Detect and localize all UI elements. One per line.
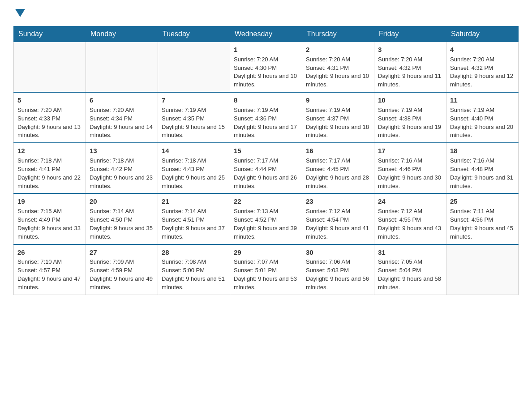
daylight-text: Daylight: 9 hours and 25 minutes.: [162, 174, 225, 189]
daylight-text: Daylight: 9 hours and 37 minutes.: [162, 225, 225, 240]
sunset-text: Sunset: 5:01 PM: [234, 267, 277, 274]
weekday-header-thursday: Thursday: [302, 26, 374, 42]
sunset-text: Sunset: 4:38 PM: [378, 115, 421, 122]
sunset-text: Sunset: 4:37 PM: [306, 115, 349, 122]
calendar-day-cell: 14Sunrise: 7:18 AMSunset: 4:43 PMDayligh…: [158, 143, 230, 193]
sunset-text: Sunset: 4:52 PM: [234, 216, 277, 223]
sunrise-text: Sunrise: 7:18 AM: [17, 157, 62, 164]
day-number: 21: [162, 197, 226, 206]
calendar-day-cell: 25Sunrise: 7:11 AMSunset: 4:56 PMDayligh…: [446, 193, 519, 244]
sunset-text: Sunset: 4:48 PM: [450, 166, 493, 172]
calendar-day-cell: 21Sunrise: 7:14 AMSunset: 4:51 PMDayligh…: [158, 193, 230, 244]
day-number: 6: [90, 95, 154, 105]
calendar-day-cell: 13Sunrise: 7:18 AMSunset: 4:42 PMDayligh…: [86, 143, 158, 193]
calendar-day-cell: 16Sunrise: 7:17 AMSunset: 4:45 PMDayligh…: [302, 143, 374, 193]
sunrise-text: Sunrise: 7:18 AM: [90, 157, 134, 164]
sunrise-text: Sunrise: 7:09 AM: [90, 258, 134, 265]
day-number: 20: [90, 197, 154, 206]
sunrise-text: Sunrise: 7:20 AM: [306, 56, 350, 63]
day-number: 15: [234, 146, 298, 156]
sunrise-text: Sunrise: 7:12 AM: [378, 208, 422, 214]
sunrise-text: Sunrise: 7:14 AM: [90, 208, 134, 214]
weekday-header-sunday: Sunday: [14, 26, 86, 42]
calendar-day-cell: 29Sunrise: 7:07 AMSunset: 5:01 PMDayligh…: [230, 244, 302, 295]
sunrise-text: Sunrise: 7:07 AM: [234, 258, 278, 265]
daylight-text: Daylight: 9 hours and 10 minutes.: [234, 73, 297, 88]
daylight-text: Daylight: 9 hours and 19 minutes.: [378, 124, 441, 139]
sunset-text: Sunset: 4:44 PM: [234, 166, 277, 172]
calendar-day-cell: 18Sunrise: 7:16 AMSunset: 4:48 PMDayligh…: [446, 143, 519, 193]
sunset-text: Sunset: 4:40 PM: [450, 115, 493, 122]
daylight-text: Daylight: 9 hours and 12 minutes.: [450, 73, 513, 88]
sunrise-text: Sunrise: 7:18 AM: [162, 157, 206, 164]
day-number: 7: [162, 95, 226, 105]
daylight-text: Daylight: 9 hours and 51 minutes.: [162, 275, 225, 291]
day-number: 17: [378, 146, 442, 156]
day-number: 27: [90, 248, 154, 257]
calendar-day-cell: 3Sunrise: 7:20 AMSunset: 4:32 PMDaylight…: [374, 42, 446, 93]
sunrise-text: Sunrise: 7:17 AM: [234, 157, 278, 164]
daylight-text: Daylight: 9 hours and 30 minutes.: [378, 174, 441, 189]
daylight-text: Daylight: 9 hours and 47 minutes.: [17, 275, 81, 291]
daylight-text: Daylight: 9 hours and 18 minutes.: [306, 124, 369, 139]
daylight-text: Daylight: 9 hours and 13 minutes.: [17, 124, 81, 139]
calendar-week-row: 5Sunrise: 7:20 AMSunset: 4:33 PMDaylight…: [14, 92, 519, 143]
daylight-text: Daylight: 9 hours and 43 minutes.: [378, 225, 441, 240]
sunrise-text: Sunrise: 7:19 AM: [162, 107, 206, 113]
sunrise-text: Sunrise: 7:16 AM: [450, 157, 494, 164]
day-number: 12: [17, 146, 82, 156]
sunrise-text: Sunrise: 7:20 AM: [17, 107, 62, 113]
sunrise-text: Sunrise: 7:11 AM: [450, 208, 494, 214]
day-number: 10: [378, 95, 442, 105]
calendar-day-cell: [446, 244, 519, 295]
daylight-text: Daylight: 9 hours and 28 minutes.: [306, 174, 369, 189]
sunset-text: Sunset: 4:57 PM: [17, 267, 60, 274]
logo-block: [13, 9, 25, 18]
sunrise-text: Sunrise: 7:16 AM: [378, 157, 422, 164]
sunset-text: Sunset: 4:43 PM: [162, 166, 205, 172]
calendar-day-cell: 15Sunrise: 7:17 AMSunset: 4:44 PMDayligh…: [230, 143, 302, 193]
weekday-header-tuesday: Tuesday: [158, 26, 230, 42]
sunrise-text: Sunrise: 7:19 AM: [378, 107, 422, 113]
calendar-day-cell: [14, 42, 86, 93]
day-number: 8: [234, 95, 298, 105]
sunset-text: Sunset: 4:30 PM: [234, 64, 277, 71]
daylight-text: Daylight: 9 hours and 56 minutes.: [306, 275, 369, 291]
sunrise-text: Sunrise: 7:20 AM: [378, 56, 422, 63]
sunrise-text: Sunrise: 7:19 AM: [234, 107, 278, 113]
sunset-text: Sunset: 4:35 PM: [162, 115, 205, 122]
calendar-day-cell: 31Sunrise: 7:05 AMSunset: 5:04 PMDayligh…: [374, 244, 446, 295]
sunset-text: Sunset: 4:59 PM: [90, 267, 133, 274]
calendar-day-cell: 27Sunrise: 7:09 AMSunset: 4:59 PMDayligh…: [86, 244, 158, 295]
sunset-text: Sunset: 4:56 PM: [450, 216, 493, 223]
calendar-week-row: 19Sunrise: 7:15 AMSunset: 4:49 PMDayligh…: [14, 193, 519, 244]
calendar-day-cell: 4Sunrise: 7:20 AMSunset: 4:32 PMDaylight…: [446, 42, 519, 93]
day-number: 28: [162, 248, 226, 257]
weekday-header-monday: Monday: [86, 26, 158, 42]
daylight-text: Daylight: 9 hours and 20 minutes.: [450, 124, 513, 139]
daylight-text: Daylight: 9 hours and 26 minutes.: [234, 174, 297, 189]
calendar-day-cell: 20Sunrise: 7:14 AMSunset: 4:50 PMDayligh…: [86, 193, 158, 244]
sunrise-text: Sunrise: 7:14 AM: [162, 208, 206, 214]
sunset-text: Sunset: 4:32 PM: [378, 64, 421, 71]
day-number: 16: [306, 146, 370, 156]
sunrise-text: Sunrise: 7:10 AM: [17, 258, 62, 265]
day-number: 31: [378, 248, 442, 257]
calendar-day-cell: 6Sunrise: 7:20 AMSunset: 4:34 PMDaylight…: [86, 92, 158, 143]
daylight-text: Daylight: 9 hours and 10 minutes.: [306, 73, 369, 88]
daylight-text: Daylight: 9 hours and 45 minutes.: [450, 225, 513, 240]
sunrise-text: Sunrise: 7:20 AM: [450, 56, 494, 63]
day-number: 26: [17, 248, 82, 257]
day-number: 2: [306, 45, 370, 55]
sunset-text: Sunset: 4:32 PM: [450, 64, 493, 71]
calendar-day-cell: 5Sunrise: 7:20 AMSunset: 4:33 PMDaylight…: [14, 92, 86, 143]
sunrise-text: Sunrise: 7:12 AM: [306, 208, 350, 214]
calendar-week-row: 1Sunrise: 7:20 AMSunset: 4:30 PMDaylight…: [14, 42, 519, 93]
weekday-header-wednesday: Wednesday: [230, 26, 302, 42]
calendar-day-cell: 1Sunrise: 7:20 AMSunset: 4:30 PMDaylight…: [230, 42, 302, 93]
sunset-text: Sunset: 4:31 PM: [306, 64, 349, 71]
svg-marker-0: [15, 9, 25, 17]
calendar-day-cell: 23Sunrise: 7:12 AMSunset: 4:54 PMDayligh…: [302, 193, 374, 244]
sunset-text: Sunset: 4:54 PM: [306, 216, 349, 223]
sunset-text: Sunset: 4:51 PM: [162, 216, 205, 223]
